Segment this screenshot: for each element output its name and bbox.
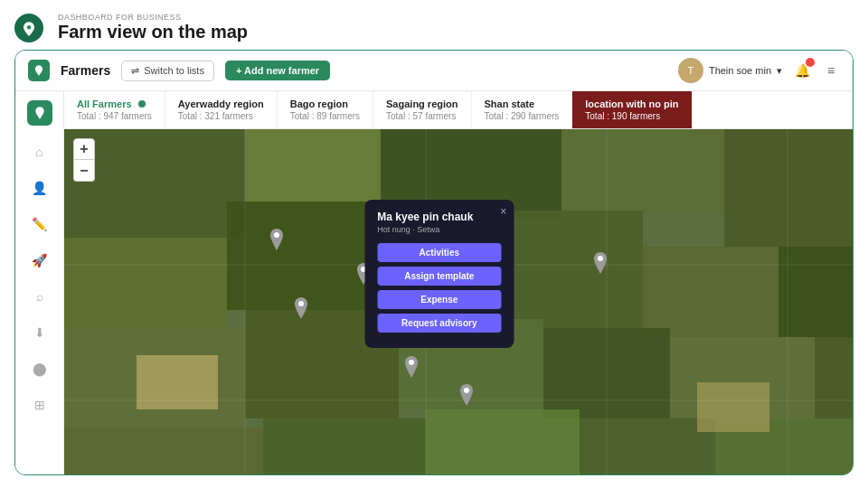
request-advisory-button[interactable]: Request advisory	[377, 314, 501, 333]
map-background: + −	[64, 129, 853, 474]
ayerwaddy-label: Ayerwaddy region	[178, 99, 264, 109]
sidebar: ⌂ 👤 ✏️ 🚀 ⌕ ⬇ ⬤ ⊞	[15, 91, 64, 474]
all-farmers-count: Total : 947 farmers	[77, 111, 152, 121]
page-title: Farm view on the map	[58, 22, 248, 42]
map-pin-1[interactable]	[269, 229, 285, 250]
notification-bell[interactable]: 🔔	[793, 61, 811, 80]
svg-point-0	[27, 25, 32, 30]
svg-rect-2	[245, 129, 381, 202]
switch-to-lists-button[interactable]: ⇌ Switch to lists	[121, 61, 214, 81]
svg-rect-24	[137, 355, 218, 409]
map-pin-8[interactable]	[458, 384, 475, 406]
popup-title: Ma kyee pin chauk	[377, 211, 501, 223]
svg-rect-9	[498, 211, 643, 328]
switch-icon: ⇌	[131, 65, 139, 77]
grid-icon[interactable]: ⊞	[30, 395, 50, 415]
brand-logo	[14, 14, 43, 42]
user-icon[interactable]: 👤	[30, 178, 50, 198]
home-icon[interactable]: ⌂	[30, 142, 50, 162]
sagaing-count: Total : 57 farmers	[386, 111, 458, 121]
svg-rect-4	[561, 129, 724, 211]
main-content: All Farmers Total : 947 farmers Ayerwadd…	[64, 91, 853, 474]
filter-tab-bago[interactable]: Bago region Total : 89 farmers	[278, 91, 373, 128]
map-container[interactable]: + −	[64, 129, 853, 474]
add-farmer-label: + Add new farmer	[236, 65, 319, 76]
circle-icon[interactable]: ⬤	[30, 359, 50, 379]
edit-icon[interactable]: ✏️	[30, 214, 50, 234]
svg-rect-26	[697, 382, 769, 432]
all-farmers-label: All Farmers	[77, 99, 152, 109]
svg-rect-7	[227, 202, 372, 310]
download-icon[interactable]: ⬇	[30, 323, 50, 343]
ayerwaddy-count: Total : 321 farmers	[178, 111, 264, 121]
main-card: Farmers ⇌ Switch to lists + Add new farm…	[14, 50, 854, 475]
user-name: Thein soe min	[709, 65, 771, 76]
menu-icon[interactable]: ≡	[822, 61, 840, 80]
avatar: T	[678, 58, 703, 83]
bago-label: Bago region	[290, 99, 360, 109]
brand-label: DASHBOARD FOR BUSINESS	[58, 13, 248, 22]
filter-tab-all[interactable]: All Farmers Total : 947 farmers	[64, 91, 165, 128]
filter-tab-ayerwaddy[interactable]: Ayerwaddy region Total : 321 farmers	[165, 91, 278, 128]
svg-rect-5	[724, 129, 853, 247]
svg-rect-10	[643, 247, 778, 337]
card-body: ⌂ 👤 ✏️ 🚀 ⌕ ⬇ ⬤ ⊞ All Farmers Total : 9	[15, 91, 853, 474]
sidebar-logo	[27, 100, 52, 126]
switch-to-lists-label: Switch to lists	[144, 65, 204, 76]
map-pin-6[interactable]	[592, 252, 609, 274]
svg-rect-6	[64, 238, 227, 328]
map-pin-7[interactable]	[403, 356, 420, 378]
svg-rect-18	[64, 427, 263, 474]
filters-bar: All Farmers Total : 947 farmers Ayerwadd…	[64, 91, 853, 129]
no-pin-label: location with no pin	[585, 99, 678, 109]
active-indicator	[138, 100, 146, 108]
svg-rect-21	[580, 418, 715, 474]
card-header: Farmers ⇌ Switch to lists + Add new farm…	[15, 51, 853, 91]
notification-badge	[806, 58, 815, 67]
bago-count: Total : 89 farmers	[290, 111, 360, 121]
svg-point-42	[464, 388, 469, 393]
rocket-icon[interactable]: 🚀	[30, 250, 50, 270]
chevron-down-icon: ▾	[777, 65, 782, 77]
svg-point-41	[409, 360, 414, 365]
popup-subtitle: Hot nung · Setwa	[377, 225, 501, 234]
header-left: Farmers ⇌ Switch to lists + Add new farm…	[28, 60, 330, 81]
svg-rect-19	[263, 418, 426, 474]
map-popup: × Ma kyee pin chauk Hot nung · Setwa Act…	[364, 200, 514, 348]
svg-point-40	[598, 256, 603, 261]
svg-rect-20	[426, 409, 580, 474]
add-farmer-button[interactable]: + Add new farmer	[225, 61, 330, 80]
search-icon[interactable]: ⌕	[30, 286, 50, 306]
map-controls: + −	[73, 138, 95, 182]
assign-template-button[interactable]: Assign template	[377, 267, 501, 286]
header-logo	[28, 60, 50, 81]
zoom-out-button[interactable]: −	[73, 160, 95, 182]
expense-button[interactable]: Expense	[377, 290, 501, 309]
header-right: T Thein soe min ▾ 🔔 ≡	[678, 58, 840, 83]
filter-tab-sagaing[interactable]: Sagaing region Total : 57 farmers	[373, 91, 471, 128]
shan-label: Shan state	[485, 99, 560, 109]
svg-point-35	[274, 232, 279, 238]
svg-rect-11	[778, 247, 853, 337]
svg-point-38	[298, 301, 304, 306]
no-pin-count: Total : 190 farmers	[585, 111, 678, 121]
shan-count: Total : 290 farmers	[485, 111, 560, 121]
activities-button[interactable]: Activities	[377, 243, 501, 262]
filter-tab-no-pin[interactable]: location with no pin Total : 190 farmers	[572, 91, 692, 128]
popup-close-button[interactable]: ×	[500, 205, 506, 218]
svg-rect-17	[815, 337, 853, 418]
filter-tab-shan[interactable]: Shan state Total : 290 farmers	[472, 91, 573, 128]
map-pin-4[interactable]	[293, 297, 309, 319]
sagaing-label: Sagaing region	[386, 99, 458, 109]
farmers-title: Farmers	[61, 63, 110, 78]
user-badge[interactable]: T Thein soe min ▾	[678, 58, 782, 83]
zoom-in-button[interactable]: +	[73, 138, 95, 160]
